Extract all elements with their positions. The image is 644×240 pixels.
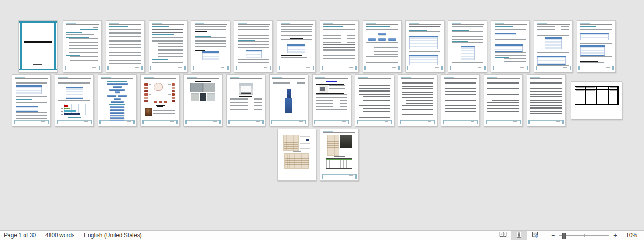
footer-right-bar	[477, 120, 478, 124]
heading-bar	[366, 26, 390, 27]
header-rule	[109, 24, 141, 25]
page-header	[230, 77, 262, 79]
zoom-slider-thumb[interactable]	[562, 233, 566, 239]
page-footer	[528, 120, 564, 124]
table-thumb	[580, 45, 605, 56]
org-chart-thumb	[366, 33, 397, 41]
text-lines	[530, 87, 561, 91]
web-layout-icon	[531, 232, 539, 239]
page-thumbnail-29[interactable]	[277, 129, 316, 181]
web-layout-button[interactable]	[527, 231, 543, 240]
page-thumbnail-22[interactable]	[312, 74, 351, 126]
page-thumbnail-27[interactable]	[527, 74, 566, 126]
page-thumbnail-18[interactable]	[140, 74, 180, 126]
view-shortcuts	[495, 231, 543, 240]
page-header	[487, 77, 519, 79]
language-indicator[interactable]: English (United States)	[84, 232, 142, 239]
text-lines	[537, 33, 569, 37]
page-content	[238, 26, 269, 66]
page-thumbnail-24[interactable]	[398, 74, 437, 126]
text-lines	[323, 58, 355, 61]
footer-right-bar	[355, 66, 357, 70]
page-thumbnail-5[interactable]	[191, 20, 230, 72]
bullet-lines	[406, 99, 433, 105]
chart-bar-label	[61, 106, 63, 106]
page-thumbnail-21[interactable]	[269, 74, 308, 126]
page-thumbnail-26[interactable]	[484, 74, 523, 126]
zoom-slider[interactable]	[559, 232, 609, 238]
header-rule	[452, 24, 484, 25]
text-lines	[323, 44, 355, 49]
figure-label	[149, 91, 151, 91]
page-thumbnail-4[interactable]	[149, 20, 188, 72]
page-thumbnail-7[interactable]	[277, 20, 316, 72]
footer-left-bar	[536, 66, 537, 70]
page-footer	[65, 66, 100, 70]
page-thumbnail-23[interactable]	[355, 74, 394, 126]
page-content	[16, 81, 47, 121]
page-thumbnail-1[interactable]	[18, 20, 58, 72]
text-lines	[445, 81, 476, 86]
heading-bar	[326, 81, 337, 82]
text-lines	[334, 156, 345, 157]
page-thumbnail-20[interactable]	[226, 74, 265, 126]
page-thumbnail-14[interactable]	[577, 20, 616, 72]
heading-bar	[152, 26, 170, 27]
flow-box	[110, 106, 124, 108]
heading-bar	[66, 32, 82, 33]
footer-left-bar	[185, 120, 187, 124]
page-thumbnail-10[interactable]	[405, 20, 445, 72]
text-lines	[323, 33, 341, 44]
page-thumbnail-16[interactable]	[55, 74, 94, 126]
page-indicator[interactable]: Page 1 of 30	[4, 232, 36, 239]
read-mode-button[interactable]	[495, 231, 511, 240]
page-thumbnail-9[interactable]	[363, 20, 402, 72]
page-thumbnail-19[interactable]	[183, 74, 223, 126]
text-lines	[359, 115, 390, 119]
text-lines	[297, 81, 305, 86]
page-thumbnail-25[interactable]	[441, 74, 480, 126]
page-thumbnail-2[interactable]	[63, 20, 102, 72]
text-lines	[359, 104, 390, 108]
zoom-level[interactable]: 10%	[623, 232, 637, 239]
page-thumbnail-15[interactable]	[12, 74, 51, 126]
zoom-in-button[interactable]: +	[613, 232, 618, 239]
text-lines	[325, 83, 339, 84]
footer-right-bar	[219, 120, 221, 124]
page-thumbnail-30[interactable]	[320, 129, 359, 181]
zoom-out-button[interactable]: −	[551, 232, 555, 239]
text-lines	[487, 87, 519, 92]
page-thumbnail-13[interactable]	[534, 20, 573, 72]
footer-right-bar	[391, 120, 392, 124]
page-thumbnail-11[interactable]	[448, 20, 487, 72]
flow-box	[110, 112, 124, 114]
heading-bar	[157, 106, 163, 107]
page-content	[580, 26, 611, 66]
page-thumbnail-6[interactable]	[234, 20, 273, 72]
image-row	[187, 83, 218, 92]
page-number-chip	[221, 67, 224, 68]
meat-photo-chip	[144, 93, 148, 96]
text-lines	[445, 98, 476, 103]
photo-thumbnail	[190, 83, 202, 92]
org-child-box	[388, 38, 396, 41]
page-thumbnail-8[interactable]	[320, 20, 359, 72]
page-thumbnail-17[interactable]	[98, 74, 137, 126]
table-rows	[409, 56, 438, 65]
print-layout-button[interactable]	[511, 231, 527, 240]
page-thumbnail-3[interactable]	[106, 20, 145, 72]
page-number-chip	[41, 121, 45, 123]
figure-label	[168, 88, 171, 88]
text-lines	[16, 95, 47, 99]
header-rule	[66, 24, 98, 25]
page-thumbnail-28[interactable]	[571, 81, 622, 119]
text-lines	[153, 108, 175, 116]
page-thumbnail-12[interactable]	[491, 20, 530, 72]
text-lines	[537, 51, 569, 55]
page-number-chip	[264, 67, 267, 68]
footer-left-bar	[357, 120, 358, 124]
page-content	[445, 81, 476, 121]
word-count[interactable]: 4800 words	[45, 232, 74, 239]
document-canvas[interactable]	[0, 0, 644, 230]
page-content	[195, 26, 226, 66]
